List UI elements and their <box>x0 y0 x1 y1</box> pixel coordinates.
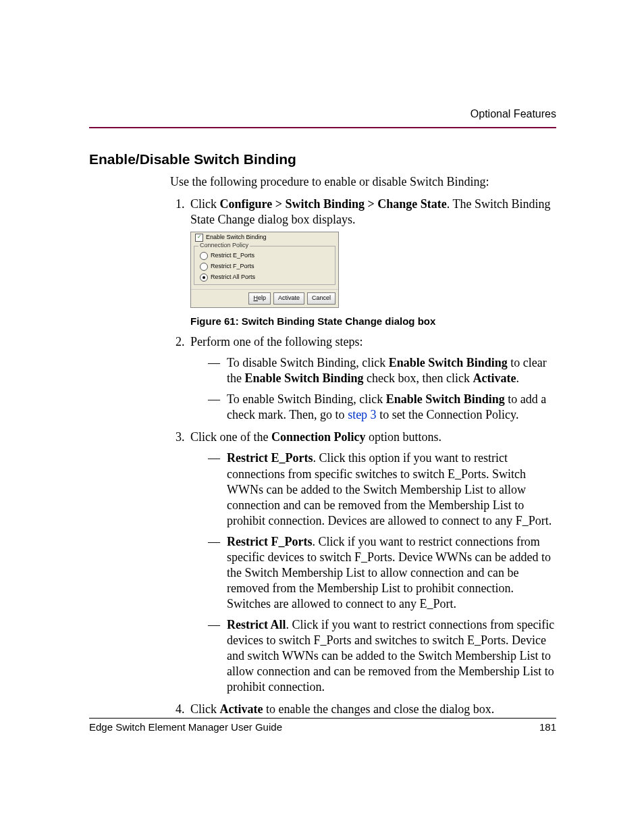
bold-text: Enable Switch Binding <box>245 371 364 385</box>
step-3: Click one of the Connection Policy optio… <box>188 429 556 695</box>
step-4: Click Activate to enable the changes and… <box>188 702 556 717</box>
bold-text: Connection Policy <box>271 430 366 444</box>
option-title: Restrict All <box>227 618 286 631</box>
text: Click <box>190 702 220 716</box>
connection-policy-group-title: Connection Policy <box>198 242 250 250</box>
text: Click one of the <box>190 430 271 444</box>
enable-switch-binding-label: Enable Switch Binding <box>206 234 267 242</box>
restrict-f-ports-label: Restrict F_Ports <box>211 263 254 271</box>
step-2-lead: Perform one of the following steps: <box>190 335 363 348</box>
bold-text: Enable Switch Binding <box>386 392 505 406</box>
text: . <box>516 371 519 385</box>
section-title: Enable/Disable Switch Binding <box>89 151 556 167</box>
enable-switch-binding-checkbox[interactable]: ✓ <box>195 234 203 242</box>
text: check box, then click <box>364 371 473 385</box>
step-1-pre: Click <box>190 197 220 211</box>
step-3-restrict-e: Restrict E_Ports. Click this option if y… <box>208 450 556 528</box>
connection-policy-group: Connection Policy Restrict E_Ports Restr… <box>194 246 336 285</box>
header-rule <box>89 127 556 128</box>
activate-button[interactable]: Activate <box>273 292 304 305</box>
step-1: Click Configure > Switch Binding > Chang… <box>188 197 556 328</box>
step-3-restrict-f: Restrict F_Ports. Click if you want to r… <box>208 534 556 612</box>
step-2-enable: To enable Switch Binding, click Enable S… <box>208 392 556 423</box>
restrict-e-ports-radio[interactable] <box>200 252 208 260</box>
text: To enable Switch Binding, click <box>227 392 386 406</box>
intro-paragraph: Use the following procedure to enable or… <box>170 174 556 190</box>
footer-page-number: 181 <box>539 721 556 733</box>
text: To disable Switch Binding, click <box>227 356 389 369</box>
text: option buttons. <box>365 430 441 444</box>
bold-text: Activate <box>220 702 263 716</box>
bold-text: Activate <box>473 371 516 385</box>
option-title: Restrict F_Ports <box>227 535 312 548</box>
option-title: Restrict E_Ports <box>227 451 313 465</box>
step-3-link[interactable]: step 3 <box>348 408 377 421</box>
restrict-all-ports-label: Restrict All Ports <box>211 273 255 282</box>
text: to enable the changes and close the dial… <box>263 702 494 716</box>
bold-text: Enable Switch Binding <box>389 356 508 369</box>
footer-guide-title: Edge Switch Element Manager User Guide <box>89 721 282 733</box>
footer-rule <box>89 718 556 719</box>
figure-caption: Figure 61: Switch Binding State Change d… <box>190 315 556 328</box>
dialog-screenshot: ✓ Enable Switch Binding Connection Polic… <box>190 232 339 308</box>
help-button[interactable]: Help <box>248 292 271 305</box>
text: to set the Connection Policy. <box>377 408 519 421</box>
step-3-restrict-all: Restrict All. Click if you want to restr… <box>208 617 556 695</box>
cancel-button[interactable]: Cancel <box>307 292 336 305</box>
step-2-disable: To disable Switch Binding, click Enable … <box>208 355 556 386</box>
page-footer: Edge Switch Element Manager User Guide 1… <box>89 718 556 733</box>
step-1-menu-path: Configure > Switch Binding > Change Stat… <box>220 197 447 211</box>
restrict-f-ports-radio[interactable] <box>200 263 208 271</box>
restrict-all-ports-radio[interactable] <box>200 273 208 282</box>
restrict-e-ports-label: Restrict E_Ports <box>211 252 254 260</box>
step-2: Perform one of the following steps: To d… <box>188 334 556 423</box>
running-head: Optional Features <box>89 108 556 120</box>
